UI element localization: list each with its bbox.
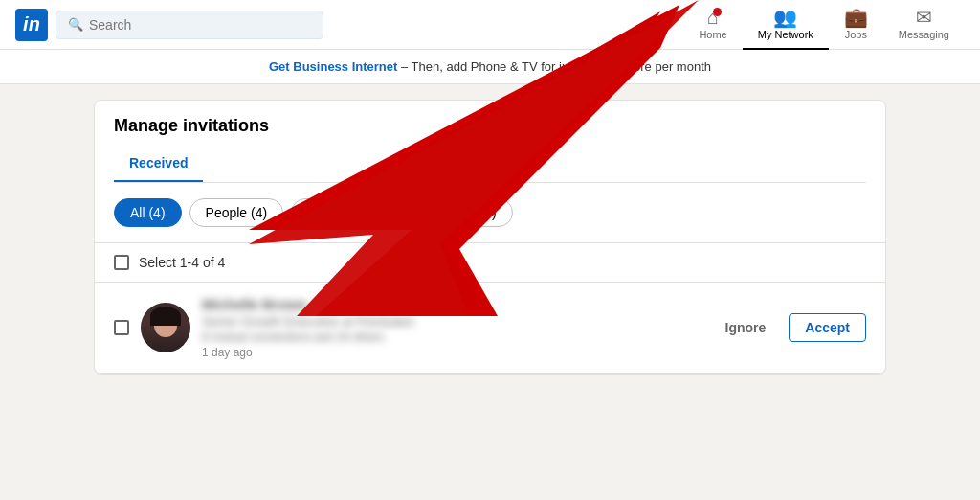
filter-people[interactable]: People (4) — [189, 198, 284, 227]
avatar-image — [141, 303, 190, 352]
inviter-title: Senior Growth Executive at Pointsaleo — [202, 314, 706, 329]
tabs: Received — [114, 148, 866, 183]
inviter-name: Michelle Brown — [202, 296, 706, 312]
nav-label-jobs: Jobs — [845, 29, 867, 40]
nav-item-messaging[interactable]: ✉ Messaging — [883, 0, 965, 50]
invitation-checkbox[interactable] — [114, 320, 129, 335]
select-all-checkbox[interactable] — [114, 255, 129, 270]
main-content: Manage invitations Received All (4) Peop… — [78, 100, 902, 375]
notification-badge — [713, 8, 722, 16]
nav-item-jobs[interactable]: 💼 Jobs — [829, 0, 883, 50]
inviter-mutual: 8 mutual connections and 16 others — [202, 330, 706, 344]
nav-label-home: Home — [699, 29, 726, 40]
search-icon: 🔍 — [68, 17, 83, 32]
card-header: Manage invitations Received — [95, 101, 885, 183]
ignore-button[interactable]: Ignore — [718, 314, 774, 341]
search-input[interactable] — [89, 17, 311, 33]
banner-text: – Then, add Phone & TV for just $34.90 m… — [397, 59, 711, 74]
promo-banner: Get Business Internet – Then, add Phone … — [0, 50, 980, 84]
filter-events[interactable]: Events (0) — [291, 198, 385, 227]
nav-item-home[interactable]: ⌂ Home — [683, 0, 742, 50]
avatar — [141, 303, 190, 352]
select-row: Select 1-4 of 4 — [95, 243, 885, 283]
nav-items: ⌂ Home 👥 My Network 💼 Jobs ✉ Messaging — [683, 0, 965, 49]
page-title: Manage invitations — [114, 116, 866, 136]
nav-label-my-network: My Network — [758, 29, 813, 40]
invitation-item: Michelle Brown Senior Growth Executive a… — [95, 283, 885, 374]
navbar: in 🔍 ⌂ Home 👥 My Network 💼 Jobs ✉ Messag… — [0, 0, 980, 50]
messaging-icon: ✉ — [916, 8, 932, 27]
invitation-info: Michelle Brown Senior Growth Executive a… — [202, 296, 706, 359]
filter-all[interactable]: All (4) — [114, 198, 182, 227]
filter-companies[interactable]: Companies (0) — [392, 198, 513, 227]
jobs-icon: 💼 — [844, 8, 868, 27]
filter-pills: All (4) People (4) Events (0) Companies … — [95, 183, 885, 243]
nav-label-messaging: Messaging — [899, 29, 949, 40]
nav-item-my-network[interactable]: 👥 My Network — [743, 0, 829, 50]
linkedin-logo[interactable]: in — [15, 9, 48, 41]
accept-button[interactable]: Accept — [789, 313, 866, 342]
invitation-actions: Ignore Accept — [718, 313, 866, 342]
invitation-time: 1 day ago — [202, 346, 706, 359]
my-network-icon: 👥 — [773, 8, 797, 27]
search-bar[interactable]: 🔍 — [56, 11, 323, 39]
tab-received[interactable]: Received — [114, 148, 203, 182]
banner-link[interactable]: Get Business Internet — [269, 59, 397, 74]
invitations-card: Manage invitations Received All (4) Peop… — [94, 100, 886, 375]
select-label: Select 1-4 of 4 — [139, 255, 225, 270]
